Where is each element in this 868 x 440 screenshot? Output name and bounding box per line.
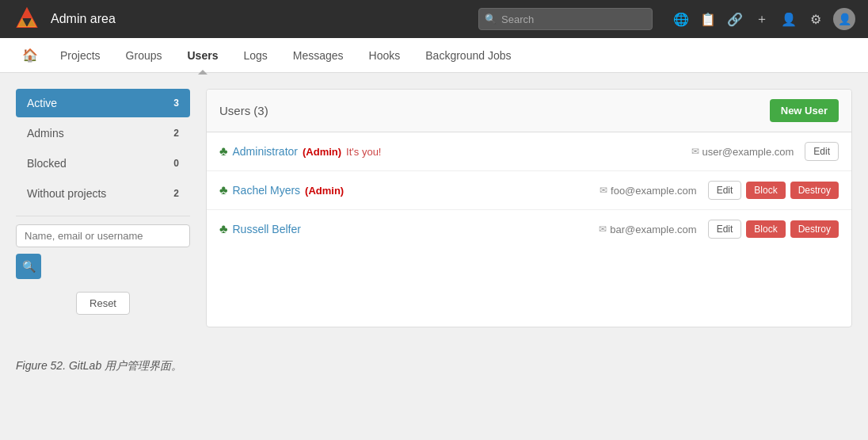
settings-icon[interactable]: ⚙ (806, 10, 825, 29)
user-email-3: ✉ bar@example.com (599, 224, 696, 235)
top-nav: Admin area 🔍 🌐 📋 🔗 ＋ 👤 ⚙ 👤 (0, 0, 868, 38)
user-status-dot-2: ♣ (219, 183, 228, 197)
plus-icon[interactable]: ＋ (752, 10, 771, 29)
user-admin-badge-1: (Admin) (303, 146, 341, 158)
reset-button[interactable]: Reset (76, 292, 130, 315)
user-name-1[interactable]: Administrator (233, 145, 298, 158)
sidebar-blocked-badge: 0 (173, 158, 179, 169)
user-name-2[interactable]: Rachel Myers (233, 184, 301, 197)
user-email-2: ✉ foo@example.com (600, 185, 697, 197)
destroy-button-3[interactable]: Destroy (790, 220, 839, 238)
search-icon: 🔍 (485, 13, 497, 25)
user-actions-2: ✉ foo@example.com Edit Block Destroy (600, 181, 839, 200)
table-row: ♣ Russell Belfer ✉ bar@example.com Edit … (207, 210, 851, 248)
top-nav-icons: 🌐 📋 🔗 ＋ 👤 ⚙ 👤 (672, 8, 855, 30)
nav-users[interactable]: Users (175, 38, 231, 73)
secondary-nav: 🏠 Projects Groups Users Logs Messages Ho… (0, 38, 868, 73)
sidebar: Active 3 Admins 2 Blocked 0 Without proj… (16, 89, 190, 327)
users-panel-title: Users (3) (219, 104, 268, 117)
figure-caption: Figure 52. GitLab 用户管理界面。 (0, 343, 868, 381)
sidebar-divider (16, 216, 190, 216)
table-row: ♣ Rachel Myers (Admin) ✉ foo@example.com… (207, 171, 851, 210)
nav-logs[interactable]: Logs (230, 38, 280, 73)
user-info-1: ♣ Administrator (Admin) It's you! (219, 144, 691, 159)
block-button-3[interactable]: Block (746, 220, 785, 238)
sidebar-item-blocked[interactable]: Blocked 0 (16, 149, 190, 178)
search-box: 🔍 (478, 8, 653, 30)
sidebar-item-active[interactable]: Active 3 (16, 89, 190, 117)
sidebar-blocked-label: Blocked (27, 157, 67, 170)
edit-button-1[interactable]: Edit (805, 142, 839, 161)
sidebar-active-badge: 3 (173, 98, 179, 109)
search-input[interactable] (478, 8, 653, 30)
user-search-input[interactable] (16, 224, 190, 247)
sidebar-active-label: Active (27, 97, 57, 109)
email-icon-2: ✉ (600, 185, 607, 196)
avatar[interactable]: 👤 (833, 8, 855, 30)
globe-icon[interactable]: 🌐 (672, 10, 691, 29)
sidebar-admins-badge: 2 (173, 128, 179, 139)
copy-icon[interactable]: 📋 (699, 10, 718, 29)
user-search-button[interactable]: 🔍 (16, 254, 41, 279)
user-email-1: ✉ user@example.com (691, 146, 794, 158)
user-actions-1: ✉ user@example.com Edit (691, 142, 839, 161)
user-you-label: It's you! (346, 146, 381, 158)
user-email-text-3: bar@example.com (610, 224, 696, 235)
user-name-3[interactable]: Russell Belfer (233, 223, 301, 235)
nav-home[interactable]: 🏠 (13, 38, 48, 73)
user-icon[interactable]: 👤 (779, 10, 798, 29)
email-icon-3: ✉ (599, 224, 607, 235)
nav-projects[interactable]: Projects (48, 38, 113, 73)
new-user-button[interactable]: New User (770, 99, 839, 122)
reset-area: Reset (16, 279, 190, 327)
edit-button-2[interactable]: Edit (708, 181, 742, 200)
users-panel: Users (3) New User ♣ Administrator (Admi… (206, 89, 852, 327)
user-email-text-2: foo@example.com (611, 185, 697, 197)
nav-background-jobs[interactable]: Background Jobs (413, 38, 523, 73)
nav-hooks[interactable]: Hooks (356, 38, 413, 73)
sidebar-admins-label: Admins (27, 127, 64, 140)
sidebar-item-without-projects[interactable]: Without projects 2 (16, 179, 190, 208)
user-status-dot-3: ♣ (219, 222, 228, 236)
email-icon-1: ✉ (691, 146, 699, 157)
user-info-2: ♣ Rachel Myers (Admin) (219, 183, 600, 197)
user-info-3: ♣ Russell Belfer (219, 222, 599, 236)
sidebar-without-projects-label: Without projects (27, 187, 106, 200)
destroy-button-2[interactable]: Destroy (790, 182, 839, 199)
users-panel-header: Users (3) New User (207, 90, 851, 132)
main-content: Active 3 Admins 2 Blocked 0 Without proj… (0, 73, 868, 343)
nav-messages[interactable]: Messages (280, 38, 356, 73)
user-status-dot-1: ♣ (219, 144, 228, 159)
user-email-text-1: user@example.com (702, 146, 794, 158)
edit-button-3[interactable]: Edit (708, 220, 742, 239)
table-row: ♣ Administrator (Admin) It's you! ✉ user… (207, 132, 851, 171)
user-actions-3: ✉ bar@example.com Edit Block Destroy (599, 220, 839, 239)
logo[interactable] (13, 5, 41, 33)
nav-groups[interactable]: Groups (113, 38, 175, 73)
user-admin-badge-2: (Admin) (305, 185, 344, 197)
sidebar-item-admins[interactable]: Admins 2 (16, 119, 190, 147)
sidebar-without-projects-badge: 2 (173, 188, 179, 199)
share-icon[interactable]: 🔗 (725, 10, 744, 29)
block-button-2[interactable]: Block (746, 182, 785, 199)
admin-area-title: Admin area (51, 12, 116, 26)
